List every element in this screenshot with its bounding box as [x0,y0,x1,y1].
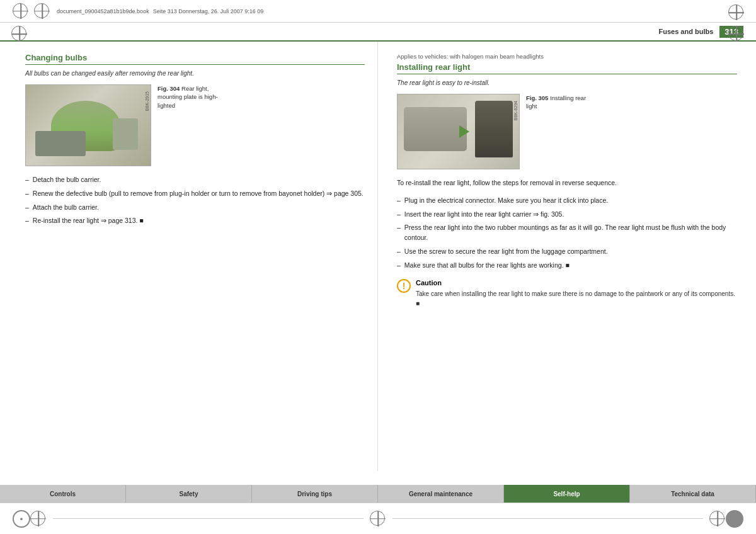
bottom-circle-3 [709,511,724,526]
nav-technical-data[interactable]: Technical data [630,485,756,503]
caution-text: Take care when installing the rear light… [416,289,737,308]
top-registration-row: document_0900452a81b1b9de.book Seite 313… [0,0,756,23]
right-column: Applies to vehicles: with halogen main b… [378,42,756,471]
right-intro-text: To re-install the rear light, follow the… [397,178,737,188]
caution-box: ! Caution Take care when installing the … [397,279,737,308]
right-step-5: Make sure that all bulbs for the rear li… [397,261,737,271]
right-steps-list: Plug in the electrical connector. Make s… [397,196,737,271]
bottom-circle-2 [370,511,385,526]
fig-305-label: B8K-6294 [513,101,518,120]
caution-content: Caution Take care when installing the re… [416,279,737,308]
step-1: Detach the bulb carrier. [25,175,365,185]
crosshair-circle [13,3,28,18]
crosshair-circle-4 [11,26,26,41]
crosshair-circle-2 [34,3,49,18]
step-3: Attach the bulb carrier. [25,203,365,213]
header-right-reg-mark [728,26,745,42]
fig-304-image: B8K-2915 [25,84,151,166]
fig-305-caption-bold: Fig. 305 [526,94,548,101]
top-left-crosshair [13,3,29,20]
fig-305-caption: Fig. 305 Installing rear light [526,94,595,111]
bottom-line-1 [53,518,364,519]
nav-safety[interactable]: Safety [126,485,252,503]
fig-305-container: B8K-6294 Fig. 305 Installing rear light [397,94,737,169]
right-step-3: Press the rear light into the two rubber… [397,223,737,243]
nav-self-help[interactable]: Self-help [504,485,630,503]
doc-page-info: Seite 313 Donnerstag, 26. Juli 2007 9:16… [153,8,264,14]
left-section-title: Changing bulbs [25,53,365,65]
crosshair-circle-3 [728,4,743,20]
header-title: Fuses and bulbs [659,28,714,35]
right-step-2: Insert the rear light into the rear ligh… [397,210,737,220]
left-section-subtitle: All bulbs can be changed easily after re… [25,70,365,77]
fig-305-image: B8K-6294 [397,94,520,169]
bottom-center-reg [370,511,386,527]
crosshair-circle-5 [728,26,743,41]
header-left-reg-mark [11,26,28,42]
bottom-line-2 [392,518,703,519]
fig-304-caption-bold: Fig. 304 [158,85,180,92]
right-section-title: Installing rear light [397,62,737,74]
bottom-right-circle [726,510,743,528]
top-left-reg-mark [34,3,50,20]
right-section-subtitle: The rear light is easy to re-install. [397,79,737,86]
nav-controls[interactable]: Controls [0,485,126,503]
bottom-nav: Controls Safety Driving tips General mai… [0,485,756,503]
left-steps-list: Detach the bulb carrier. Renew the defec… [25,175,365,226]
bottom-right-reg [709,511,726,527]
step-4: Re-install the rear light ⇒ page 313. ■ [25,216,365,226]
nav-driving-tips[interactable]: Driving tips [252,485,378,503]
top-right-reg-mark [728,4,745,21]
fig-304-container: B8K-2915 Fig. 304 Rear light, mounting p… [25,84,365,166]
applies-text: Applies to vehicles: with halogen main b… [397,53,737,60]
right-step-1: Plug in the electrical connector. Make s… [397,196,737,206]
bottom-left-reg [30,511,47,527]
header-bar: Fuses and bulbs 313 [0,23,756,42]
nav-general-maintenance[interactable]: General maintenance [378,485,504,503]
right-step-4: Use the screw to secure the rear light f… [397,247,737,257]
fig-304-label: B8K-2915 [145,91,149,111]
bottom-circle-1 [30,511,45,526]
main-content: Changing bulbs All bulbs can be changed … [0,42,756,471]
doc-info: document_0900452a81b1b9de.book [57,8,149,14]
bottom-marks-row: ● [0,503,756,534]
step-2: Renew the defective bulb (pull to remove… [25,189,365,199]
caution-title: Caution [416,279,737,287]
bottom-left-circle: ● [13,510,30,528]
left-column: Changing bulbs All bulbs can be changed … [0,42,378,471]
caution-icon: ! [397,279,411,293]
fig-304-caption: Fig. 304 Rear light, mounting plate is h… [158,84,227,110]
